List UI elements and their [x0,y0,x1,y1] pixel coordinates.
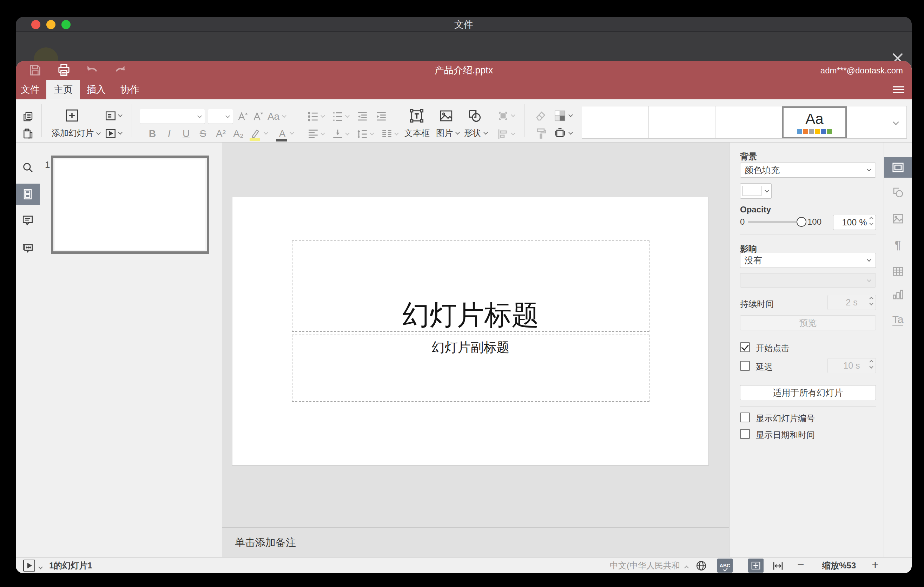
opacity-spinner[interactable]: 100 % [833,215,876,230]
table-settings-icon[interactable] [884,261,912,282]
columns-icon[interactable] [380,128,394,140]
paragraph-settings-icon[interactable]: ¶ [884,234,912,255]
zoom-in-button[interactable]: + [872,557,879,572]
language-selector[interactable]: 中文(中华人民共和国) [606,557,680,573]
spellcheck-button[interactable]: ABC [717,559,733,572]
fit-to-slide-button[interactable] [748,559,764,572]
increase-indent-icon[interactable] [375,110,388,123]
slide-layout-chevron-icon[interactable] [119,114,122,117]
bullet-list-chevron-icon[interactable] [321,114,324,118]
insert-image-icon[interactable] [439,109,454,123]
start-slideshow-button[interactable] [104,127,117,140]
slides-panel-button[interactable] [16,184,40,204]
delay-checkbox[interactable] [740,361,750,371]
line-spacing-icon[interactable] [356,128,369,140]
tab-insert[interactable]: 插入 [86,80,106,99]
numbered-list-icon[interactable] [331,110,345,123]
show-date-time-checkbox[interactable] [740,429,750,439]
tab-file[interactable]: 文件 [20,80,40,99]
search-button[interactable] [16,157,40,178]
bold-button[interactable]: B [147,127,158,141]
decrease-font-icon[interactable] [252,110,264,123]
font-name-select[interactable] [140,109,205,124]
textbox-button[interactable]: 文本框 [403,127,431,139]
theme-colors-chevron-icon[interactable] [569,114,572,117]
notes-divider[interactable] [222,527,729,528]
effect-select[interactable]: 没有 [740,253,876,268]
zoom-level-label[interactable]: 缩放%53 [820,557,858,573]
theme-option[interactable] [582,106,649,139]
opacity-slider-track[interactable] [748,221,798,223]
slide-size-chevron-icon[interactable] [569,131,572,134]
change-case-icon[interactable]: Aa [266,110,281,123]
zoom-out-button[interactable]: − [797,557,804,572]
subtitle-placeholder[interactable]: 幻灯片副标题 [292,335,650,402]
align-shape-chevron-icon[interactable] [512,132,515,135]
chart-settings-icon[interactable] [884,284,912,305]
show-slide-number-checkbox[interactable] [740,412,750,422]
slide-surface[interactable]: 幻灯片标题 幻灯片副标题 [233,197,708,465]
start-slideshow-status-icon[interactable] [23,560,35,572]
slide-size-icon[interactable] [553,127,567,140]
slideshow-chevron-icon[interactable] [39,564,42,571]
insert-shape-button[interactable]: 形状 [462,127,483,139]
preview-button[interactable]: 预览 [740,315,876,330]
underline-button[interactable]: U [180,127,192,141]
title-placeholder[interactable]: 幻灯片标题 [292,241,650,332]
tab-home[interactable]: 主页 [46,80,80,99]
textbox-icon[interactable] [408,107,425,124]
vertical-align-chevron-icon[interactable] [346,132,349,135]
font-color-chevron-icon[interactable] [290,131,294,134]
add-slide-button[interactable]: 添加幻灯片 [50,127,102,139]
delay-spinner[interactable]: 10 s [827,358,876,373]
numbered-list-chevron-icon[interactable] [346,114,349,118]
copy-button[interactable] [21,110,35,123]
insert-shape-icon[interactable] [467,108,483,124]
theme-colors-icon[interactable] [553,109,567,123]
start-on-click-checkbox[interactable] [740,342,750,352]
line-spacing-chevron-icon[interactable] [370,132,373,135]
paste-button[interactable] [21,127,35,140]
start-slideshow-chevron-icon[interactable] [119,131,122,134]
font-size-select[interactable] [208,109,233,124]
font-color-button[interactable]: A [276,127,289,141]
comments-button[interactable] [16,209,40,231]
change-case-chevron-icon[interactable] [282,114,286,118]
theme-option-selected[interactable]: Aa [782,106,847,139]
insert-image-button[interactable]: 图片 [434,127,455,139]
image-settings-icon[interactable] [884,209,912,229]
slide-settings-icon[interactable] [884,157,912,178]
horizontal-align-chevron-icon[interactable] [321,132,324,135]
notes-placeholder[interactable]: 单击添加备注 [235,536,296,550]
superscript-button[interactable]: A² [213,127,229,141]
insert-shape-chevron-icon[interactable] [484,131,487,134]
strikeout-button[interactable]: S [197,127,209,141]
italic-button[interactable]: I [163,127,175,141]
background-color-picker[interactable] [740,183,772,199]
subscript-button[interactable]: A₂ [231,127,246,141]
increase-font-icon[interactable] [236,110,249,123]
theme-option[interactable] [847,106,885,139]
columns-chevron-icon[interactable] [395,132,398,135]
theme-option[interactable] [716,106,782,139]
slide-layout-button[interactable] [104,110,117,122]
align-shape-icon[interactable] [496,128,510,140]
fit-to-width-button[interactable] [772,560,784,572]
shape-settings-icon[interactable] [884,182,912,203]
apply-to-all-slides-button[interactable]: 适用于所有幻灯片 [740,385,876,400]
theme-option[interactable] [649,106,716,139]
opacity-slider-handle[interactable] [797,217,807,227]
bullet-list-icon[interactable] [307,110,320,123]
slide-thumbnail[interactable] [51,155,209,254]
vertical-align-icon[interactable] [331,128,345,140]
horizontal-align-icon[interactable] [307,128,320,140]
textart-settings-icon[interactable]: Ta [884,310,912,330]
duration-spinner[interactable]: 2 s [827,295,876,310]
highlight-color-button[interactable] [249,126,262,140]
chat-button[interactable] [16,238,40,259]
menu-icon[interactable] [893,85,904,94]
eraser-icon[interactable] [534,110,548,122]
language-caret-icon[interactable] [685,564,688,571]
tab-collaboration[interactable]: 协作 [120,80,140,99]
decrease-indent-icon[interactable] [356,110,369,123]
